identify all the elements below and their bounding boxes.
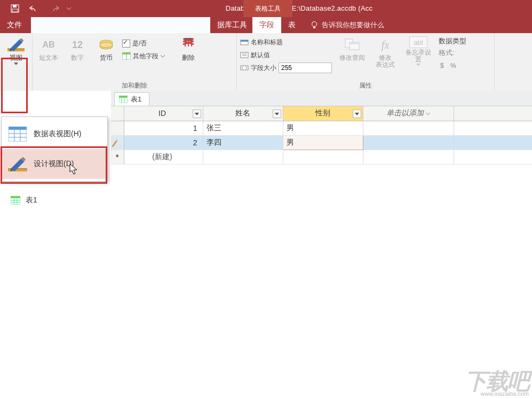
- group-label-properties: 属性: [240, 81, 491, 90]
- tab-file[interactable]: 文件: [0, 17, 29, 33]
- ribbon: 视图 AB 短文本 12 数字 货币 是: [0, 33, 532, 91]
- table-small-icon: [122, 52, 131, 60]
- qat-dropdown-icon[interactable]: [66, 6, 72, 11]
- cell-id[interactable]: 1: [124, 121, 203, 135]
- column-header-name[interactable]: 姓名: [203, 106, 283, 121]
- cell-gender-editing[interactable]: 男: [283, 135, 363, 150]
- modify-lookup-button: 修改查阅: [339, 35, 365, 61]
- table-icon: [119, 96, 128, 103]
- cell-gender[interactable]: 男: [283, 121, 363, 135]
- svg-point-3: [312, 22, 317, 27]
- document-tabs: 表1: [111, 91, 532, 106]
- svg-text:$: $: [440, 62, 444, 69]
- group-add-delete: AB 短文本 12 数字 货币 是/否 其他字段: [33, 33, 237, 91]
- view-button[interactable]: 视图: [3, 35, 29, 66]
- redo-icon: [49, 5, 60, 12]
- default-icon: [240, 51, 249, 59]
- save-icon[interactable]: [11, 4, 19, 13]
- table-icon: [11, 196, 20, 205]
- row-selector[interactable]: [111, 121, 124, 135]
- other-fields-button[interactable]: 其他字段: [122, 50, 165, 62]
- cell-empty[interactable]: [363, 135, 454, 150]
- data-type-label: 数据类型: [439, 36, 466, 46]
- chevron-down-icon[interactable]: [273, 109, 281, 118]
- view-item-label: 设计视图(D): [34, 159, 74, 169]
- datasheet-view-icon: [8, 125, 27, 143]
- default-value-button[interactable]: 默认值: [240, 49, 332, 61]
- svg-rect-30: [11, 196, 20, 198]
- checkbox-icon: [122, 40, 130, 48]
- currency-icon: [98, 36, 115, 53]
- tab-dbtools[interactable]: 据库工具: [210, 17, 252, 33]
- abl-icon: abl: [409, 36, 427, 48]
- cell-new[interactable]: (新建): [124, 150, 203, 164]
- format-label: 格式:: [439, 48, 466, 58]
- svg-rect-44: [119, 96, 128, 98]
- window-title: Database2 : 数据库- E:\Database2.accdb (Acc: [72, 4, 532, 13]
- view-label: 视图: [10, 54, 22, 61]
- document-tab-label: 表1: [131, 95, 141, 104]
- lightbulb-icon: [310, 21, 319, 29]
- design-view-icon: [8, 155, 27, 173]
- tab-fields[interactable]: 字段: [252, 17, 281, 33]
- column-header-gender[interactable]: 性别: [283, 106, 363, 121]
- svg-rect-20: [241, 40, 248, 42]
- currency-small-icon[interactable]: $: [439, 62, 447, 69]
- view-item-design[interactable]: 设计视图(D): [2, 149, 107, 179]
- percent-button[interactable]: %: [450, 62, 456, 69]
- delete-icon: [180, 36, 197, 53]
- svg-rect-1: [13, 5, 17, 7]
- view-dropdown-menu: 数据表视图(H) 设计视图(D): [1, 116, 108, 182]
- svg-rect-27: [350, 42, 359, 44]
- document-area: 表1 ID 姓名 性别 单击以添加 1 张三 男: [111, 91, 532, 399]
- table-row[interactable]: 1 张三 男: [111, 121, 532, 135]
- cell-empty[interactable]: [363, 121, 454, 135]
- group-views: 视图: [0, 33, 33, 91]
- yes-no-button[interactable]: 是/否: [122, 37, 165, 49]
- chevron-down-icon: [14, 62, 18, 66]
- size-icon: [240, 64, 249, 72]
- field-size-row: 字段大小: [240, 62, 332, 74]
- tab-table[interactable]: 表: [281, 17, 303, 33]
- svg-rect-4: [313, 27, 315, 28]
- view-item-label: 数据表视图(H): [34, 129, 81, 139]
- number-icon: 12: [69, 36, 86, 53]
- number-button: 12 数字: [65, 35, 90, 61]
- svg-rect-42: [8, 168, 27, 169]
- fx-icon: fx: [377, 36, 394, 53]
- name-title-button[interactable]: 名称和标题: [240, 36, 332, 48]
- table-row-new[interactable]: * (新建): [111, 150, 532, 164]
- svg-rect-21: [241, 52, 248, 58]
- tell-me-label: 告诉我你想要做什么: [322, 20, 384, 30]
- nav-item-label: 表1: [26, 195, 37, 205]
- select-all-cell[interactable]: [111, 106, 124, 121]
- cell-name[interactable]: 张三: [203, 121, 283, 135]
- chevron-down-icon[interactable]: [193, 109, 201, 118]
- ribbon-tabs: 文件 据库工具 字段 表 告诉我你想要做什么: [0, 17, 532, 33]
- chevron-down-icon[interactable]: [353, 109, 361, 118]
- delete-button[interactable]: 删除: [176, 35, 201, 61]
- undo-icon[interactable]: [29, 5, 39, 12]
- column-header-row: ID 姓名 性别 单击以添加: [111, 106, 532, 121]
- tag-icon: [240, 38, 249, 46]
- view-item-datasheet[interactable]: 数据表视图(H): [2, 119, 107, 149]
- nav-item-table1[interactable]: 表1: [0, 193, 111, 207]
- group-label-add-delete: 加和删除: [36, 81, 233, 90]
- document-tab-table1[interactable]: 表1: [114, 92, 149, 106]
- row-selector-new[interactable]: *: [111, 150, 124, 164]
- column-header-add[interactable]: 单击以添加: [363, 106, 454, 121]
- currency-button[interactable]: 货币: [93, 35, 119, 61]
- tell-me[interactable]: 告诉我你想要做什么: [303, 17, 384, 33]
- column-spacer: [454, 106, 532, 121]
- datasheet[interactable]: ID 姓名 性别 单击以添加 1 张三 男 2 李四 男: [111, 106, 532, 399]
- field-size-input[interactable]: [279, 62, 332, 73]
- table-row[interactable]: 2 李四 男: [111, 135, 532, 150]
- pencil-icon: [111, 138, 118, 147]
- column-header-id[interactable]: ID: [124, 106, 203, 121]
- svg-point-9: [100, 42, 113, 48]
- row-selector-editing[interactable]: [111, 135, 124, 150]
- cell-id[interactable]: 2: [124, 135, 203, 150]
- cursor-icon: [69, 163, 79, 175]
- short-text-button: AB 短文本: [36, 35, 61, 61]
- cell-name[interactable]: 李四: [203, 135, 283, 150]
